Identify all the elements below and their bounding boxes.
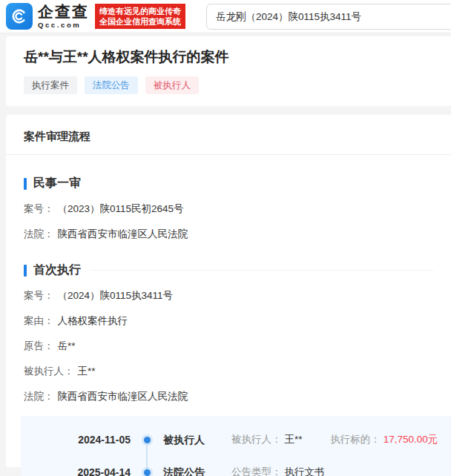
timeline-row-court-announcement: 2025-04-14 法院公告 公告类型：执行文书 送达对象：王** bbox=[21, 465, 451, 476]
field-label: 法院： bbox=[24, 228, 54, 239]
stage-rule-line bbox=[91, 270, 433, 271]
timeline-details: 被执行人：王** 执行标的：17,750.00元 bbox=[231, 432, 438, 447]
stage-name: 民事一审 bbox=[33, 176, 81, 191]
stage-accent-bar bbox=[24, 178, 27, 190]
field-value: 陕西省西安市临潼区人民法院 bbox=[58, 228, 188, 239]
banner-line1: 缔造有远见的商业传奇 bbox=[99, 6, 181, 16]
stage-header: 首次执行 bbox=[24, 262, 433, 278]
detail-announcement-type: 公告类型：执行文书 bbox=[231, 465, 325, 476]
field-label: 案号： bbox=[24, 290, 54, 301]
timeline-dot-icon bbox=[144, 437, 151, 443]
field-value: 陕西省西安市临潼区人民法院 bbox=[58, 391, 188, 402]
timeline-event-type[interactable]: 被执行人 bbox=[163, 432, 231, 447]
field-value: 岳** bbox=[58, 340, 76, 351]
timeline-row-executed-person: 2024-11-05 被执行人 被执行人：王** 执行标的：17,750.00元 bbox=[21, 432, 451, 447]
qcc-logo-text: 企查查 Qcc.com bbox=[38, 4, 89, 29]
field-value: （2023）陕0115民初2645号 bbox=[58, 203, 184, 214]
brand-slogan-banner: 缔造有远见的商业传奇 全国企业信用查询系统 bbox=[95, 4, 185, 29]
field-label: 案由： bbox=[24, 315, 54, 326]
stage-name: 首次执行 bbox=[33, 262, 81, 278]
field-label: 被执行人： bbox=[24, 366, 74, 377]
detail-label: 被执行人： bbox=[231, 434, 282, 445]
timeline-details: 公告类型：执行文书 送达对象：王** bbox=[231, 465, 325, 476]
field-value: 人格权案件执行 bbox=[58, 315, 128, 326]
detail-value: 王** bbox=[285, 434, 303, 445]
top-header: 企查查 Qcc.com 缔造有远见的商业传奇 全国企业信用查询系统 bbox=[0, 0, 451, 33]
field-cause-of-action: 案由：人格权案件执行 bbox=[24, 314, 433, 328]
stage-accent-bar bbox=[24, 265, 27, 277]
timeline-dot-column bbox=[131, 432, 163, 443]
field-label: 法院： bbox=[24, 391, 54, 402]
qcc-mark-icon bbox=[10, 7, 28, 25]
qcc-logo-icon bbox=[6, 3, 33, 30]
timeline-panel: 2024-11-05 被执行人 被执行人：王** 执行标的：17,750.00元… bbox=[21, 416, 451, 476]
field-court: 法院：陕西省西安市临潼区人民法院 bbox=[24, 389, 433, 404]
qcc-logo[interactable]: 企查查 Qcc.com bbox=[6, 3, 89, 30]
tag-person-subject-to-execution[interactable]: 被执行人 bbox=[145, 76, 199, 94]
qcc-logo-cn: 企查查 bbox=[38, 4, 89, 19]
field-label: 原告： bbox=[24, 340, 54, 351]
timeline-event-type[interactable]: 法院公告 bbox=[163, 465, 231, 476]
section-divider bbox=[6, 154, 451, 155]
case-title-card: 岳**与王**人格权案件执行的案件 执行案件 法院公告 被执行人 bbox=[6, 36, 451, 106]
stage-civil-first-instance: 民事一审 案号：（2023）陕0115民初2645号 法院：陕西省西安市临潼区人… bbox=[6, 176, 451, 242]
field-value: 王** bbox=[78, 366, 96, 377]
case-title: 岳**与王**人格权案件执行的案件 bbox=[24, 47, 433, 67]
field-value: （2024）陕0115执3411号 bbox=[58, 290, 174, 301]
section-title-case-flow: 案件审理流程 bbox=[6, 130, 451, 154]
case-tags: 执行案件 法院公告 被执行人 bbox=[24, 76, 433, 94]
stage-first-execution: 首次执行 案号：（2024）陕0115执3411号 案由：人格权案件执行 原告：… bbox=[6, 262, 451, 404]
detail-value-amount: 17,750.00元 bbox=[383, 434, 438, 445]
timeline-date: 2024-11-05 bbox=[21, 432, 131, 447]
tag-execution-case[interactable]: 执行案件 bbox=[24, 76, 77, 94]
case-flow-card: 案件审理流程 民事一审 案号：（2023）陕0115民初2645号 法院：陕西省… bbox=[6, 115, 451, 467]
detail-execution-target: 执行标的：17,750.00元 bbox=[330, 434, 438, 445]
qcc-logo-en: Qcc.com bbox=[38, 22, 89, 29]
field-court: 法院：陕西省西安市临潼区人民法院 bbox=[24, 227, 433, 242]
timeline-dot-icon bbox=[144, 469, 151, 476]
detail-label: 公告类型： bbox=[231, 466, 282, 476]
field-case-number: 案号：（2023）陕0115民初2645号 bbox=[24, 202, 433, 216]
field-plaintiff: 原告：岳** bbox=[24, 339, 433, 354]
field-person-subject-to-execution: 被执行人：王** bbox=[24, 364, 433, 379]
field-label: 案号： bbox=[24, 203, 54, 214]
tag-court-announcement[interactable]: 法院公告 bbox=[85, 76, 138, 94]
field-case-number: 案号：（2024）陕0115执3411号 bbox=[24, 288, 433, 303]
timeline-date: 2025-04-14 bbox=[21, 465, 131, 476]
detail-label: 执行标的： bbox=[330, 434, 381, 445]
banner-line2: 全国企业信用查询系统 bbox=[99, 16, 181, 27]
stage-header: 民事一审 bbox=[24, 176, 433, 191]
search-input[interactable] bbox=[206, 4, 451, 30]
detail-executed-person: 被执行人：王** bbox=[231, 434, 303, 445]
detail-value: 执行文书 bbox=[285, 466, 325, 476]
timeline-dot-column bbox=[131, 465, 163, 476]
